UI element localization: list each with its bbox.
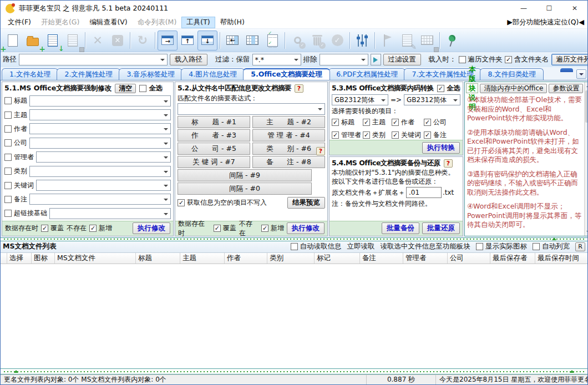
auto-read-option[interactable]: 自动读取信息 [291,242,342,251]
skip-empty-option[interactable]: 获取信息为空的项目不写入 [178,198,267,207]
expression-combo[interactable] [178,103,325,115]
menu-tools[interactable]: 工具(T) [181,17,215,28]
minimize-button[interactable]: — [511,1,536,16]
overwrite-checkbox-52[interactable] [214,225,221,232]
convert-manager-option[interactable]: 管理者 [332,130,363,140]
column-select[interactable]: 选择 [7,253,32,264]
splitter-collapse-icon[interactable] [570,370,574,373]
column-author[interactable]: 作者 [225,253,267,264]
menu-file[interactable]: 文件(F) [3,17,36,28]
clear-office-memory-button[interactable]: 清除内存中的Office [480,84,547,93]
panel-right-icon[interactable]: → [158,31,178,50]
auto-column-width-option[interactable]: 自动列宽 [533,242,570,251]
convert-comments-option[interactable]: 备注 [424,130,460,140]
convert-manager-checkbox[interactable] [332,131,339,139]
column-company[interactable]: 公司 [448,253,490,264]
apply-filter-icon[interactable] [371,54,381,65]
token-category-button[interactable]: 类 别 - #6 [252,143,325,155]
help-button-52[interactable]: ? [295,84,303,93]
splitter-collapse-icon[interactable] [14,370,18,373]
check-options-icon[interactable]: ✓——✓—— [262,31,282,50]
author-combo[interactable] [29,123,171,134]
refresh-icon[interactable]: ↻ [133,31,153,50]
column-category[interactable]: 类别 [267,253,315,264]
convert-category-option[interactable]: 类别 [363,130,392,140]
clear-list-icon[interactable]: ✕ [108,31,128,50]
reset-columns-button[interactable]: R [575,242,585,251]
manager-combo[interactable] [36,151,171,163]
column-layout-icon[interactable] [242,31,262,50]
adjust-settings-icon[interactable] [352,31,372,50]
scroll-down-icon[interactable] [585,228,588,236]
append-option-52[interactable]: 新增 [261,224,284,233]
manager-checkbox[interactable] [4,154,12,161]
show-real-icons-option[interactable]: 显示实际图标 [476,242,527,251]
exclude-combo[interactable] [320,54,368,65]
column-ms-doc-file[interactable]: MS文档文件 [55,253,136,264]
apply-convert-button[interactable]: 执行转换 [422,142,460,154]
scroll-up-icon[interactable] [585,82,588,90]
token-subject-button[interactable]: 主 题 - #2 [252,116,325,128]
column-mark[interactable]: 标记 [315,253,360,264]
batch-restore-button[interactable]: 批量还原 [422,222,460,234]
tab-image-info[interactable]: 4.图片信息处理 [181,68,245,80]
column-icon[interactable]: 图标 [32,253,55,264]
tab-file-attributes[interactable]: 2.文件属性处理 [57,68,120,80]
append-checkbox-52[interactable] [261,225,268,232]
select-all-option-51[interactable]: 全选 [139,84,163,93]
token-author-button[interactable]: 作 者 - #3 [178,129,250,141]
clear-button[interactable]: 清空 [115,84,136,93]
menu-edit-view[interactable]: 编辑查看(V) [84,17,132,28]
read-now-link[interactable]: 立即读取 [347,242,375,251]
include-folder-name-option[interactable]: 含文件夹名 [505,55,549,64]
read-selected-link[interactable]: 读取选中文件信息至功能板块 [381,242,471,251]
company-checkbox[interactable] [4,139,12,146]
doc-table-body[interactable] [1,264,587,369]
overwrite-checkbox-51[interactable] [41,225,48,232]
tab-overflow-dropdown[interactable] [576,69,586,79]
convert-category-checkbox[interactable] [363,131,370,139]
search-verify-icon[interactable]: ✓ [287,31,307,50]
column-subject[interactable]: 主题 [180,253,225,264]
splitter-collapse-icon[interactable] [552,237,556,240]
to-encoding-combo[interactable]: GB2312简体 [404,94,460,105]
tab-file-classify[interactable]: 8.文件归类处理 [480,68,544,80]
parameter-settings-button[interactable]: 参数设置 [549,84,583,93]
filter-combo[interactable]: *.* [252,54,301,65]
menu-command-list[interactable]: 命令列表(M) [133,17,182,28]
auto-column-width-checkbox[interactable] [533,243,540,250]
from-encoding-combo[interactable]: GB2312简体 [332,94,388,105]
show-real-icons-checkbox[interactable] [476,243,483,250]
token-manager-button[interactable]: 管 理 者 - #4 [252,129,325,141]
token-keywords-button[interactable]: 关 键 词 - #7 [178,156,250,168]
flag-mark-icon[interactable] [377,31,397,50]
preview-button[interactable]: 结果预览 [287,197,325,209]
token-gap0-button[interactable]: 间隔 - #0 [178,183,312,195]
append-option-51[interactable]: 新增 [89,224,112,233]
token-comments-button[interactable]: 备 注 - #8 [252,156,325,168]
keywords-combo[interactable] [36,180,171,191]
select-all-checkbox-53[interactable] [437,85,444,92]
close-button[interactable]: ✕ [562,1,587,16]
new-file-icon[interactable]: + [3,31,23,50]
token-gap9-button[interactable]: 间隔 - #9 [178,169,312,181]
traverse-folders-checkbox[interactable] [459,56,466,63]
token-title-button[interactable]: 标 题 - #1 [178,116,250,128]
tab-filename[interactable]: 1.文件名处理 [2,68,58,80]
column-last-saved-by[interactable]: 最后保存者 [490,253,535,264]
scrollbar-thumb[interactable] [585,90,588,123]
convert-title-option[interactable]: 标题 [332,118,363,127]
convert-author-checkbox[interactable] [392,119,399,126]
traverse-folders-option[interactable]: 遍历文件夹 [459,55,503,64]
column-left-icon[interactable]: ← [222,31,242,50]
subject-checkbox[interactable] [4,112,12,119]
horizontal-splitter-bottom[interactable] [1,368,587,374]
column-last-saved-time[interactable]: 最后保存时间 [535,253,587,264]
column-title[interactable]: 标题 [136,253,180,264]
hyperlink-base-checkbox[interactable] [4,210,12,217]
convert-subject-option[interactable]: 主题 [363,118,392,127]
overwrite-option-52[interactable]: 覆盖 [214,224,236,233]
column-comments[interactable]: 备注 [360,253,403,264]
traverse-file-list-button[interactable]: 遍历文件列表 [551,54,588,65]
backup-suffix-input[interactable]: .01 [406,187,442,198]
